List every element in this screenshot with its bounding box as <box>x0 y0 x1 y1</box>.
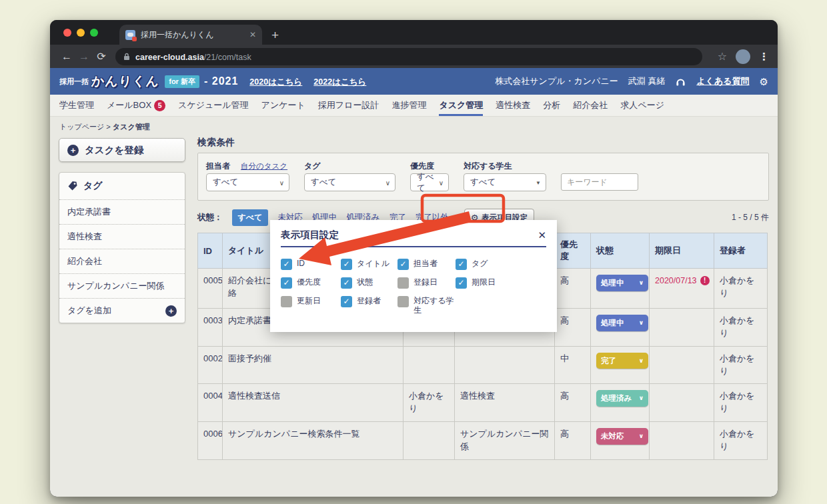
unchecked-checkbox-icon[interactable] <box>397 296 409 307</box>
checked-checkbox-icon[interactable] <box>397 259 409 270</box>
tag-item-サンプルカンパニー関係[interactable]: サンプルカンパニー関係 <box>59 273 185 298</box>
year-link-2020はこちら[interactable]: 2020はこちら <box>249 77 302 87</box>
tab-strip: 採用一括かんりくん ✕ + <box>50 20 778 45</box>
checkbox-label: タイトル <box>357 259 389 268</box>
headset-icon[interactable] <box>675 77 686 87</box>
new-tab-button[interactable]: + <box>271 29 279 41</box>
url-bar[interactable]: career-cloud.asia/21/com/task <box>115 48 702 65</box>
cell-title: 適性検査送信 <box>223 384 403 422</box>
title-line: 適性検査送信 <box>228 390 397 403</box>
nav-item-分析[interactable]: 分析 <box>543 95 560 116</box>
settings-gear-icon[interactable]: ⚙ <box>760 77 768 87</box>
checkbox-label: 登録者 <box>357 296 381 305</box>
select-タグ[interactable]: すべて <box>304 173 395 191</box>
nav-item-メールBOX[interactable]: メールBOX5 <box>107 95 165 116</box>
tag-item-内定承諾書[interactable]: 内定承諾書 <box>59 199 185 224</box>
status-select-button[interactable]: 未対応 <box>596 428 648 445</box>
display-item-checkbox-対応する学生[interactable]: 対応する学生 <box>397 296 456 315</box>
checked-checkbox-icon[interactable] <box>456 277 467 289</box>
display-item-checkbox-タイトル[interactable]: タイトル <box>341 259 397 270</box>
nav-item-学生管理[interactable]: 学生管理 <box>59 95 94 116</box>
maximize-window-button[interactable] <box>90 29 98 37</box>
modal-title: 表示項目設定 <box>281 229 339 241</box>
tag-item-適性検査[interactable]: 適性検査 <box>59 224 185 249</box>
browser-menu-icon[interactable]: ⋮ <box>759 51 770 63</box>
year-link-2022はこちら[interactable]: 2022はこちら <box>313 77 366 87</box>
status-select-button[interactable]: 完了 <box>596 353 648 369</box>
nav-item-進捗管理[interactable]: 進捗管理 <box>391 95 426 116</box>
status-select-button[interactable]: 処理済み <box>596 390 648 407</box>
cell-registrant: 小倉かをり <box>714 269 768 309</box>
reload-icon[interactable]: ⟳ <box>93 50 110 63</box>
column-header-状態: 状態 <box>591 233 650 269</box>
nav-item-紹介会社[interactable]: 紹介会社 <box>573 95 608 116</box>
checked-checkbox-icon[interactable] <box>341 259 352 270</box>
select-対応する学生[interactable]: すべて <box>464 173 546 191</box>
cell-id: 0006 <box>198 422 223 460</box>
nav-item-アンケート[interactable]: アンケート <box>261 95 305 116</box>
tab-favicon <box>125 30 135 40</box>
add-tag-label: タグを追加 <box>67 305 111 317</box>
display-item-checkbox-優先度[interactable]: 優先度 <box>281 277 341 289</box>
nav-item-スケジュール管理[interactable]: スケジュール管理 <box>178 95 249 116</box>
register-task-button[interactable]: タスクを登録 <box>59 138 185 162</box>
unchecked-checkbox-icon[interactable] <box>281 296 292 307</box>
display-item-checkbox-担当者[interactable]: 担当者 <box>397 259 456 270</box>
status-select-button[interactable]: 処理中 <box>596 315 648 331</box>
checked-checkbox-icon[interactable] <box>341 296 352 307</box>
display-item-checkbox-状態[interactable]: 状態 <box>341 277 397 289</box>
select-担当者[interactable]: すべて <box>206 173 289 191</box>
tag-item-紹介会社[interactable]: 紹介会社 <box>59 249 185 273</box>
search-field-label: 対応する学生 <box>464 161 512 171</box>
cell-status: 処理中 <box>591 269 650 309</box>
plus-icon <box>165 305 177 317</box>
profile-avatar[interactable] <box>736 49 750 64</box>
tab-close-icon[interactable]: ✕ <box>249 30 256 39</box>
status-filter-label: 状態： <box>197 212 223 223</box>
faq-link[interactable]: よくある質問 <box>696 75 749 87</box>
column-header-期限日: 期限日 <box>650 233 714 269</box>
checked-checkbox-icon[interactable] <box>341 277 352 289</box>
logo-prefix: 採用一括 <box>59 77 89 87</box>
cell-tag: サンプルカンパニー関係 <box>455 422 555 460</box>
cell-due <box>650 309 714 347</box>
search-field-優先度: 優先度すべて <box>410 159 449 191</box>
close-window-button[interactable] <box>63 29 71 37</box>
display-item-checkbox-ID[interactable]: ID <box>281 259 341 270</box>
add-tag-button[interactable]: タグを追加 <box>59 298 185 323</box>
status-filter-all-chip[interactable]: すべて <box>232 209 269 226</box>
display-item-checkbox-タグ[interactable]: タグ <box>456 259 546 270</box>
display-item-checkbox-更新日[interactable]: 更新日 <box>281 296 341 315</box>
checked-checkbox-icon[interactable] <box>281 259 292 270</box>
display-item-checkbox-登録日[interactable]: 登録日 <box>397 277 456 289</box>
nav-item-求人ページ[interactable]: 求人ページ <box>620 95 664 116</box>
nav-item-採用フロー設計[interactable]: 採用フロー設計 <box>318 95 379 116</box>
bookmark-star-icon[interactable]: ☆ <box>718 50 727 63</box>
nav-item-label: アンケート <box>261 99 305 111</box>
breadcrumb-home-link[interactable]: トップページ <box>59 123 104 131</box>
back-icon[interactable]: ← <box>58 51 75 63</box>
status-select-button[interactable]: 処理中 <box>596 275 648 291</box>
browser-tab[interactable]: 採用一括かんりくん ✕ <box>119 25 262 45</box>
breadcrumb: トップページ > タスク管理 <box>50 117 778 137</box>
cell-priority: 高 <box>555 422 591 460</box>
tag-panel: タグ 内定承諾書適性検査紹介会社サンプルカンパニー関係タグを追加 <box>59 172 185 323</box>
select-優先度[interactable]: すべて <box>410 173 449 191</box>
nav-item-適性検査[interactable]: 適性検査 <box>496 95 530 116</box>
unchecked-checkbox-icon[interactable] <box>397 277 409 289</box>
nav-item-タスク管理[interactable]: タスク管理 <box>439 95 483 116</box>
modal-close-icon[interactable]: ✕ <box>538 229 546 241</box>
nav-item-label: 適性検査 <box>496 99 530 111</box>
forward-icon[interactable]: → <box>75 51 93 63</box>
my-tasks-link[interactable]: 自分のタスク <box>241 162 287 170</box>
checked-checkbox-icon[interactable] <box>281 277 292 289</box>
minimize-window-button[interactable] <box>77 29 85 37</box>
overdue-alert-icon <box>700 276 710 285</box>
checked-checkbox-icon[interactable] <box>456 259 467 270</box>
display-item-checkbox-期限日[interactable]: 期限日 <box>456 277 546 289</box>
cell-priority: 高 <box>555 269 591 309</box>
display-item-checkbox-登録者[interactable]: 登録者 <box>341 296 397 315</box>
keyword-input[interactable] <box>561 173 638 191</box>
cell-assignee <box>403 346 455 384</box>
checkbox-label: タグ <box>472 259 488 268</box>
